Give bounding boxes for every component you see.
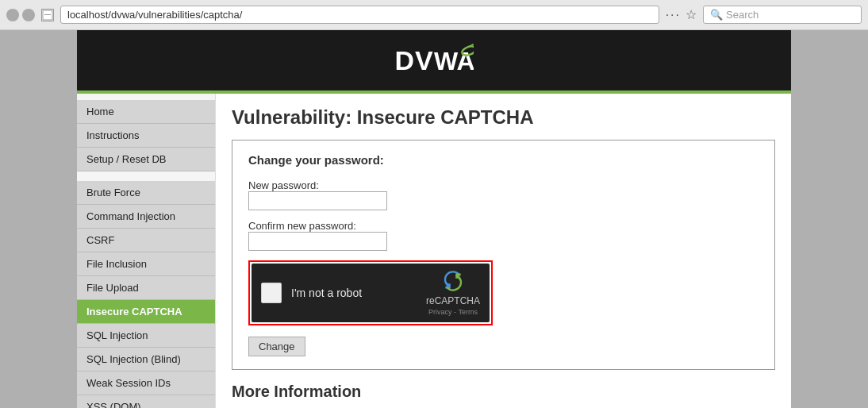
more-info-title: More Information [232, 383, 775, 401]
sidebar-item-brute-force[interactable]: Brute Force [77, 181, 215, 205]
site-container: DV WA Home Instructions Setup / Reset DB… [77, 30, 791, 408]
captcha-right: reCAPTCHA Privacy - Terms [426, 268, 480, 317]
sidebar-item-home[interactable]: Home [77, 100, 215, 124]
change-button[interactable]: Change [248, 337, 305, 356]
sidebar-item-csrf[interactable]: CSRF [77, 229, 215, 252]
sidebar-item-xss-dom[interactable]: XSS (DOM) [77, 395, 215, 408]
captcha-label: I'm not a robot [291, 287, 362, 299]
browser-toolbar: localhost/dvwa/vulnerabilities/captcha/ … [0, 0, 868, 30]
sidebar-item-file-inclusion[interactable]: File Inclusion [77, 252, 215, 276]
sidebar-gap-1 [77, 171, 215, 181]
page-icon [41, 9, 54, 21]
sidebar-item-setup-reset-db[interactable]: Setup / Reset DB [77, 148, 215, 171]
content-area: Home Instructions Setup / Reset DB Brute… [77, 94, 791, 408]
captcha-left: I'm not a robot [261, 283, 362, 303]
captcha-widget[interactable]: I'm not a robot reCAPTCHA [252, 264, 490, 322]
sidebar-item-command-injection[interactable]: Command Injection [77, 205, 215, 229]
address-text: localhost/dvwa/vulnerabilities/captcha/ [67, 9, 652, 21]
new-password-label: New password: [248, 179, 319, 191]
search-icon: 🔍 [710, 9, 723, 21]
form-subtitle: Change your password: [248, 153, 759, 167]
captcha-checkbox[interactable] [261, 283, 282, 303]
confirm-password-input[interactable] [248, 232, 387, 251]
password-form-box: Change your password: New password: Conf… [232, 140, 775, 370]
sidebar-item-insecure-captcha[interactable]: Insecure CAPTCHA [77, 300, 215, 324]
new-password-input[interactable] [248, 191, 387, 210]
bookmark-star[interactable]: ☆ [686, 7, 697, 22]
captcha-wrapper: I'm not a robot reCAPTCHA [248, 260, 493, 325]
sidebar-item-file-upload[interactable]: File Upload [77, 276, 215, 300]
dvwa-wa-icon: WA [434, 43, 474, 78]
menu-dots[interactable]: ··· [666, 8, 681, 22]
main-content: Vulnerability: Insecure CAPTCHA Change y… [216, 94, 791, 408]
search-bar[interactable]: 🔍 Search [703, 6, 862, 24]
confirm-password-label: Confirm new password: [248, 220, 356, 232]
search-placeholder: Search [726, 9, 759, 21]
svg-rect-1 [44, 14, 51, 15]
sidebar-item-instructions[interactable]: Instructions [77, 124, 215, 148]
site-header: DV WA [77, 30, 791, 94]
sidebar-item-weak-session-ids[interactable]: Weak Session IDs [77, 371, 215, 395]
page-wrapper: DV WA Home Instructions Setup / Reset DB… [0, 30, 868, 408]
address-bar[interactable]: localhost/dvwa/vulnerabilities/captcha/ [60, 6, 659, 24]
back-button[interactable] [6, 9, 19, 21]
forward-button[interactable] [22, 9, 35, 21]
sidebar-item-sql-injection[interactable]: SQL Injection [77, 324, 215, 348]
recaptcha-icon [440, 268, 466, 294]
recaptcha-links: Privacy - Terms [426, 308, 480, 318]
svg-text:WA: WA [434, 47, 474, 75]
recaptcha-brand: reCAPTCHA Privacy - Terms [426, 295, 480, 317]
browser-actions: ··· ☆ [666, 7, 697, 22]
dvwa-logo: DV WA [394, 43, 473, 78]
page-title: Vulnerability: Insecure CAPTCHA [232, 106, 775, 129]
nav-icons [6, 9, 35, 21]
sidebar-item-sql-injection-blind[interactable]: SQL Injection (Blind) [77, 348, 215, 371]
sidebar: Home Instructions Setup / Reset DB Brute… [77, 94, 216, 408]
